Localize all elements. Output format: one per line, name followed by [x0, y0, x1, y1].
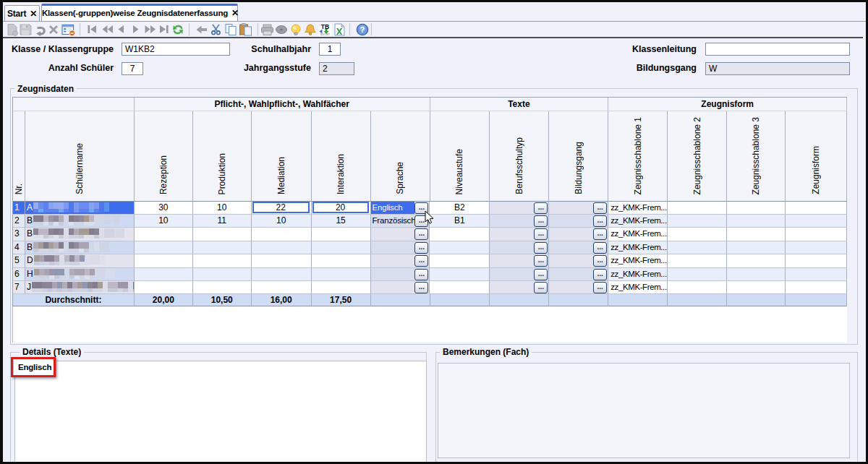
svg-text:KLV ZRT: KLV ZRT	[320, 33, 330, 36]
svg-text:?: ?	[360, 25, 365, 34]
